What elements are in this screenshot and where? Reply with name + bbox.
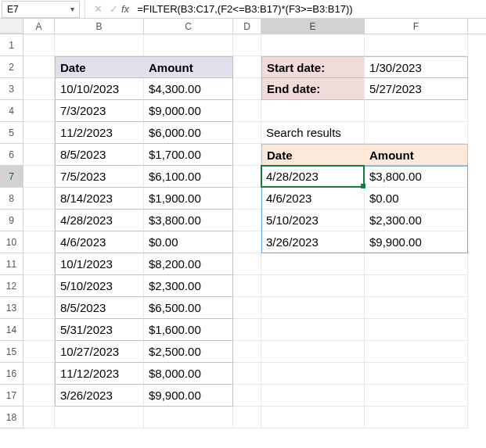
table-row[interactable]: $6,100.00 <box>144 166 233 188</box>
search-results-title[interactable]: Search results <box>261 122 365 144</box>
start-date-label[interactable]: Start date: <box>261 56 365 78</box>
col-header-D[interactable]: D <box>233 19 261 34</box>
row-header-6[interactable]: 6 <box>0 144 23 166</box>
cells-area[interactable]: Date Amount Start date: 1/30/2023 10/10/… <box>23 34 486 428</box>
row-header-9[interactable]: 9 <box>0 210 23 231</box>
table-row[interactable]: $0.00 <box>144 231 233 253</box>
row-header-18[interactable]: 18 <box>0 407 23 428</box>
row-header-7[interactable]: 7 <box>0 166 23 188</box>
divider <box>85 1 85 18</box>
name-box[interactable]: E7 ▾ <box>2 1 80 18</box>
row-header-4[interactable]: 4 <box>0 100 23 122</box>
end-date-value[interactable]: 5/27/2023 <box>365 78 468 100</box>
row-header-16[interactable]: 16 <box>0 363 23 385</box>
chevron-down-icon[interactable]: ▾ <box>70 5 74 13</box>
accept-icon[interactable]: ✓ <box>106 3 121 15</box>
col-header-E[interactable]: E <box>261 19 365 34</box>
table-row[interactable]: $4,300.00 <box>144 78 233 100</box>
row-header-17[interactable]: 17 <box>0 385 23 407</box>
table-row[interactable]: 8/5/2023 <box>55 144 144 166</box>
results-header-amount[interactable]: Amount <box>365 144 468 166</box>
row-header-10[interactable]: 10 <box>0 231 23 253</box>
fx-icon[interactable]: fx <box>121 3 129 15</box>
row-header-3[interactable]: 3 <box>0 78 23 100</box>
result-row[interactable]: $2,300.00 <box>365 210 468 231</box>
table-row[interactable]: 5/10/2023 <box>55 275 144 297</box>
table-row[interactable]: 4/6/2023 <box>55 231 144 253</box>
spreadsheet-grid: A B C D E F 1 2 3 4 5 6 7 8 9 10 11 12 1… <box>0 19 486 428</box>
results-header-date[interactable]: Date <box>261 144 365 166</box>
table-row[interactable]: $3,800.00 <box>144 210 233 231</box>
table-row[interactable]: 7/3/2023 <box>55 100 144 122</box>
result-row[interactable]: 4/28/2023 <box>261 166 365 188</box>
main-header-amount[interactable]: Amount <box>144 56 233 78</box>
result-row[interactable]: 3/26/2023 <box>261 231 365 253</box>
table-row[interactable]: 10/10/2023 <box>55 78 144 100</box>
col-header-B[interactable]: B <box>55 19 144 34</box>
col-header-A[interactable]: A <box>23 19 55 34</box>
row-headers: 1 2 3 4 5 6 7 8 9 10 11 12 13 14 15 16 1… <box>0 34 23 428</box>
table-row[interactable]: $8,200.00 <box>144 253 233 275</box>
table-row[interactable]: $9,900.00 <box>144 385 233 407</box>
table-row[interactable]: 10/27/2023 <box>55 341 144 363</box>
table-row[interactable]: $6,000.00 <box>144 122 233 144</box>
row-header-2[interactable]: 2 <box>0 56 23 78</box>
table-row[interactable]: 8/14/2023 <box>55 188 144 210</box>
table-row[interactable]: 11/2/2023 <box>55 122 144 144</box>
table-row[interactable]: $2,300.00 <box>144 275 233 297</box>
table-row[interactable]: 5/31/2023 <box>55 319 144 341</box>
table-row[interactable]: $1,900.00 <box>144 188 233 210</box>
table-row[interactable]: $6,500.00 <box>144 297 233 319</box>
table-row[interactable]: 3/26/2023 <box>55 385 144 407</box>
table-row[interactable]: $2,500.00 <box>144 341 233 363</box>
row-header-14[interactable]: 14 <box>0 319 23 341</box>
select-all-corner[interactable] <box>0 19 23 34</box>
formula-bar: E7 ▾ ✕ ✓ fx =FILTER(B3:C17,(F2<=B3:B17)*… <box>0 0 486 19</box>
table-row[interactable]: $9,000.00 <box>144 100 233 122</box>
row-header-13[interactable]: 13 <box>0 297 23 319</box>
result-row[interactable]: 4/6/2023 <box>261 188 365 210</box>
row-header-1[interactable]: 1 <box>0 34 23 56</box>
cancel-icon[interactable]: ✕ <box>90 3 106 15</box>
row-header-5[interactable]: 5 <box>0 122 23 144</box>
table-row[interactable]: $1,700.00 <box>144 144 233 166</box>
table-row[interactable]: $8,000.00 <box>144 363 233 385</box>
table-row[interactable]: $1,600.00 <box>144 319 233 341</box>
formula-input[interactable]: =FILTER(B3:C17,(F2<=B3:B17)*(F3>=B3:B17)… <box>134 3 486 15</box>
main-header-date[interactable]: Date <box>55 56 144 78</box>
result-row[interactable]: 5/10/2023 <box>261 210 365 231</box>
end-date-label[interactable]: End date: <box>261 78 365 100</box>
result-row[interactable]: $3,800.00 <box>365 166 468 188</box>
name-box-value: E7 <box>7 4 19 15</box>
table-row[interactable]: 7/5/2023 <box>55 166 144 188</box>
table-row[interactable]: 10/1/2023 <box>55 253 144 275</box>
start-date-value[interactable]: 1/30/2023 <box>365 56 468 78</box>
row-header-12[interactable]: 12 <box>0 275 23 297</box>
row-header-11[interactable]: 11 <box>0 253 23 275</box>
row-header-15[interactable]: 15 <box>0 341 23 363</box>
result-row[interactable]: $9,900.00 <box>365 231 468 253</box>
table-row[interactable]: 4/28/2023 <box>55 210 144 231</box>
result-row[interactable]: $0.00 <box>365 188 468 210</box>
col-header-F[interactable]: F <box>365 19 468 34</box>
row-header-8[interactable]: 8 <box>0 188 23 210</box>
table-row[interactable]: 8/5/2023 <box>55 297 144 319</box>
column-headers: A B C D E F <box>0 19 486 34</box>
col-header-C[interactable]: C <box>144 19 233 34</box>
table-row[interactable]: 11/12/2023 <box>55 363 144 385</box>
